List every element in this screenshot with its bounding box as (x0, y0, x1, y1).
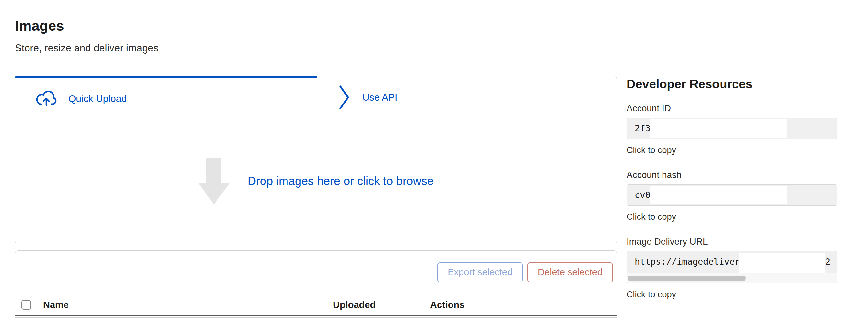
image-table-header: Name Uploaded Actions (15, 294, 617, 315)
arrow-down-icon (198, 158, 229, 205)
column-header-actions: Actions (430, 300, 464, 310)
image-list-toolbar: Export selected Delete selected (15, 251, 617, 294)
redaction-overlay (650, 186, 787, 204)
delivery-url-group: Image Delivery URL https://imagedelivery… (626, 236, 837, 300)
tabstrip: Quick Upload Use API (15, 76, 617, 119)
account-id-copy-hint: Click to copy (626, 145, 837, 155)
account-hash-copy-hint: Click to copy (626, 212, 837, 222)
horizontal-scrollbar-track[interactable] (627, 274, 837, 283)
upload-tabs-container: Quick Upload Use API Drop images here or… (15, 76, 617, 243)
delivery-url-value-fragment: 2 (825, 257, 830, 266)
dropzone-content: Drop images here or click to browse (198, 158, 434, 205)
delivery-url-copy-hint: Click to copy (626, 289, 837, 300)
account-id-field[interactable]: 2f3d (626, 118, 837, 139)
tab-quick-upload[interactable]: Quick Upload (15, 76, 317, 119)
delivery-url-field[interactable]: https://imagedelivery.net/cv0JSj 2 (626, 251, 837, 283)
tab-quick-upload-label: Quick Upload (68, 93, 127, 104)
account-id-label: Account ID (626, 103, 837, 114)
column-header-uploaded: Uploaded (333, 300, 376, 310)
account-hash-label: Account hash (626, 170, 837, 181)
page-title: Images (15, 19, 617, 33)
column-header-name: Name (43, 300, 69, 310)
image-list-card: Export selected Delete selected Name Upl… (15, 250, 617, 321)
image-dropzone[interactable]: Drop images here or click to browse (15, 119, 617, 243)
redaction-overlay (739, 253, 825, 273)
export-selected-button[interactable]: Export selected (437, 262, 523, 283)
tab-use-api[interactable]: Use API (317, 76, 617, 119)
page-subtitle: Store, resize and deliver images (15, 42, 617, 54)
delivery-url-label: Image Delivery URL (626, 236, 837, 247)
redaction-overlay (650, 119, 787, 138)
chevron-right-icon (338, 84, 351, 110)
developer-resources-panel: Developer Resources Account ID 2f3d Clic… (626, 77, 837, 300)
cloud-upload-icon (36, 91, 57, 106)
tab-use-api-label: Use API (362, 92, 397, 103)
account-hash-field[interactable]: cv0J (626, 184, 837, 206)
row-divider (15, 317, 617, 318)
account-hash-group: Account hash cv0J Click to copy (626, 170, 837, 222)
main-content: Images Store, resize and deliver images … (15, 0, 617, 321)
developer-resources-heading: Developer Resources (626, 77, 837, 92)
dropzone-label: Drop images here or click to browse (248, 174, 434, 188)
delete-selected-button[interactable]: Delete selected (527, 262, 613, 283)
horizontal-scrollbar-thumb[interactable] (627, 276, 746, 281)
select-all-checkbox[interactable] (21, 300, 31, 310)
account-id-group: Account ID 2f3d Click to copy (626, 103, 837, 155)
